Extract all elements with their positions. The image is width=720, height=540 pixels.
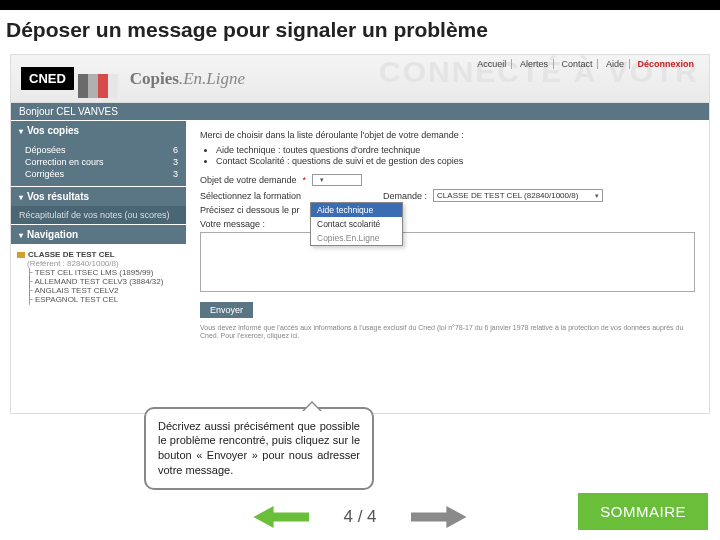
logo: CNED <box>21 67 118 90</box>
app-frame: CNED Copies.En.Ligne CONNECTÉ À VOTR Acc… <box>10 54 710 414</box>
disclaimer: Vous devez informé que l'accès aux infor… <box>200 324 695 341</box>
objet-select[interactable] <box>312 174 362 186</box>
nav-accueil[interactable]: Accueil <box>472 59 512 69</box>
dropdown-option[interactable]: Aide technique <box>311 203 402 217</box>
topnav: Accueil Alertes Contact Aide Déconnexion <box>472 59 699 69</box>
nav-contact[interactable]: Contact <box>556 59 598 69</box>
sommaire-button[interactable]: SOMMAIRE <box>578 493 708 530</box>
precisez-label: Précisez ci dessous le pr <box>200 205 300 215</box>
sidebar: Vos copies Déposées6 Correction en cours… <box>11 120 186 408</box>
nav-alertes[interactable]: Alertes <box>515 59 554 69</box>
list-item[interactable]: Corrigées3 <box>25 168 178 180</box>
color-bar <box>78 74 118 84</box>
acc-navigation[interactable]: Navigation <box>11 224 186 244</box>
nav-aide[interactable]: Aide <box>601 59 630 69</box>
message-textarea[interactable] <box>200 232 695 292</box>
list-item[interactable]: Correction en cours3 <box>25 156 178 168</box>
copies-list: Déposées6 Correction en cours3 Corrigées… <box>11 140 186 186</box>
dropdown-option[interactable]: Copies.En.Ligne <box>311 231 402 245</box>
formation-label: Sélectionnez la formation <box>200 191 301 201</box>
cned-logo: CNED <box>21 67 74 90</box>
acc-copies[interactable]: Vos copies <box>11 120 186 140</box>
dropdown-option[interactable]: Contact scolarité <box>311 217 402 231</box>
msg-label: Votre message : <box>200 219 695 229</box>
nav-tree: CLASSE DE TEST CEL (Référent : 82840/100… <box>11 244 186 310</box>
callout: Décrivez aussi précisément que possible … <box>144 407 374 490</box>
page-number: 4 / 4 <box>343 507 376 527</box>
main-panel: Merci de choisir dans la liste déroulant… <box>186 120 709 408</box>
next-arrow[interactable] <box>411 506 467 528</box>
tree-ref: (Référent : 82840/1000/8) <box>17 259 180 268</box>
list-item[interactable]: Déposées6 <box>25 144 178 156</box>
folder-icon <box>17 252 25 258</box>
tree-leaf[interactable]: ├ ALLEMAND TEST CELV3 (3884/32) <box>17 277 180 286</box>
nav-deconnexion[interactable]: Déconnexion <box>632 59 699 69</box>
acc-resultats[interactable]: Vos résultats <box>11 186 186 206</box>
tree-leaf[interactable]: ├ TEST CEL ITSEC LMS (1895/99) <box>17 268 180 277</box>
tree-root[interactable]: CLASSE DE TEST CEL <box>17 250 180 259</box>
objet-label: Objet de votre demande <box>200 175 297 185</box>
tree-leaf[interactable]: ├ ANGLAIS TEST CELV2 <box>17 286 180 295</box>
objet-dropdown[interactable]: Aide technique Contact scolarité Copies.… <box>310 202 403 246</box>
brand-text: Copies.En.Ligne <box>130 69 245 89</box>
send-button[interactable]: Envoyer <box>200 302 253 318</box>
page-title: Déposer un message pour signaler un prob… <box>0 10 720 54</box>
greeting: Bonjour CEL VANVES <box>11 103 709 120</box>
resultats-sub[interactable]: Récapitulatif de vos notes (ou scores) <box>11 206 186 224</box>
topbar: CNED Copies.En.Ligne CONNECTÉ À VOTR Acc… <box>11 55 709 103</box>
prev-arrow[interactable] <box>253 506 309 528</box>
demande-select[interactable]: CLASSE DE TEST CEL (82840/1000/8) <box>433 189 603 202</box>
demande-label: Demande : <box>383 191 427 201</box>
tree-leaf[interactable]: ├ ESPAGNOL TEST CEL <box>17 295 180 304</box>
intro-text: Merci de choisir dans la liste déroulant… <box>200 130 695 168</box>
